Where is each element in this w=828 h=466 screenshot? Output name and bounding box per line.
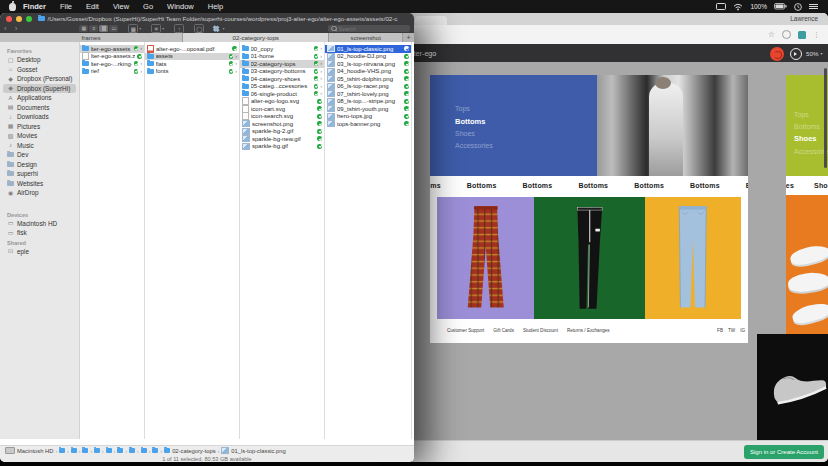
signin-button[interactable]: Sign in or Create Account: [744, 445, 824, 459]
nav-bottoms[interactable]: Bottoms: [794, 123, 828, 130]
apple-icon[interactable]: [9, 3, 16, 11]
file-row[interactable]: alter-ego-...oposal.pdf: [145, 45, 239, 53]
tab-02-category-tops[interactable]: 02-category-tops: [183, 33, 329, 42]
sidebar-item-desktop[interactable]: ▢Desktop: [3, 55, 76, 65]
file-row[interactable]: rief: [80, 68, 144, 76]
sidebar-item-websites[interactable]: Websites: [3, 179, 76, 189]
menu-view[interactable]: View: [106, 0, 136, 13]
sidebar-item-fisk[interactable]: ▭fisk: [3, 228, 76, 238]
folder-icon[interactable]: [59, 448, 65, 452]
file-row[interactable]: 09_tshirt-youth.png: [325, 105, 411, 113]
file-row[interactable]: 05-categ...ccessories: [240, 83, 324, 91]
tags-button[interactable]: ◯: [194, 24, 204, 33]
path-folder[interactable]: 02-category-tops: [172, 448, 216, 454]
file-row[interactable]: sparkle-bg-2.gif: [240, 128, 324, 136]
file-row[interactable]: lter-ego-...rking-files: [80, 60, 144, 68]
file-row[interactable]: hero-tops.jpg: [325, 113, 411, 121]
extension-teal-icon[interactable]: [798, 31, 806, 39]
bookmark-star-icon[interactable]: ☆: [768, 31, 775, 39]
file-row[interactable]: 07_tshirt-lovely.png: [325, 90, 411, 98]
sidebar-item-music[interactable]: ♪Music: [3, 141, 76, 151]
footer-link[interactable]: Student Discount: [523, 328, 558, 333]
footer-link[interactable]: Returns / Exchanges: [567, 328, 610, 333]
sidebar-item-dropbox-personal[interactable]: ◆Dropbox (Personal): [3, 74, 76, 84]
folder-icon[interactable]: [117, 448, 123, 452]
file-row[interactable]: fonts: [145, 68, 239, 76]
product-track-pants[interactable]: [534, 197, 645, 319]
folder-icon[interactable]: [94, 448, 100, 452]
gallery-view-button[interactable]: ▭: [109, 25, 118, 32]
file-row[interactable]: alter-ego-logo.svg: [240, 98, 324, 106]
file-row[interactable]: lter-ego-assets.zip: [80, 53, 144, 61]
file-row[interactable]: 02_hoodie-DJ.png: [325, 53, 411, 61]
sidebar-item-home[interactable]: ⌂Gosset: [3, 65, 76, 75]
display-icon[interactable]: [716, 3, 726, 11]
sidebar-item-movies[interactable]: ▧Movies: [3, 131, 76, 141]
nav-shoes[interactable]: Shoes: [455, 130, 493, 137]
browser-url-bar[interactable]: ☆ ⋮: [408, 25, 828, 45]
social-tw[interactable]: TW: [728, 328, 735, 333]
proxy-folder-icon[interactable]: [38, 16, 45, 21]
back-button[interactable]: ‹: [0, 25, 11, 33]
file-row[interactable]: 08_ls-top...-stripe.png: [325, 98, 411, 106]
file-row[interactable]: sparkle-bg-new.gif: [240, 135, 324, 143]
sidebar-item-pictures[interactable]: ▦Pictures: [3, 122, 76, 132]
extension-icon[interactable]: [782, 30, 791, 39]
forward-button[interactable]: ›: [11, 25, 22, 33]
file-row[interactable]: 00_copy: [240, 45, 324, 53]
folder-icon[interactable]: [71, 448, 77, 452]
folder-icon[interactable]: [141, 448, 147, 452]
menu-edit[interactable]: Edit: [79, 0, 106, 13]
sidebar-item-macintosh-hd[interactable]: ▭Macintosh HD: [3, 219, 76, 229]
nav-accessories[interactable]: Accessories: [794, 148, 828, 155]
folder-icon[interactable]: [106, 448, 112, 452]
search-field[interactable]: [328, 25, 410, 32]
sidebar-item-applications[interactable]: AApplications: [3, 93, 76, 103]
browser-profile-name[interactable]: Lawrence: [790, 15, 818, 22]
file-row[interactable]: 04_hoodie-VHS.png: [325, 68, 411, 76]
nav-accessories[interactable]: Accessories: [455, 142, 493, 149]
browser-tab[interactable]: [415, 16, 447, 25]
sidebar-item-dropbox-superhi[interactable]: ◆Dropbox (SuperHi): [3, 84, 76, 94]
sidebar-item-dev[interactable]: Dev: [3, 150, 76, 160]
product-blue-jeans[interactable]: [645, 197, 741, 319]
menu-list-icon[interactable]: [809, 3, 818, 10]
file-row[interactable]: 02-category-tops: [240, 60, 324, 68]
search-input[interactable]: [339, 26, 399, 32]
file-row[interactable]: 05_tshirt-dolphin.png: [325, 75, 411, 83]
tab-frames[interactable]: frames: [0, 33, 183, 42]
sidebar-item-airdrop[interactable]: ◉AirDrop: [3, 188, 76, 198]
group-button[interactable]: ▦▾: [128, 24, 141, 33]
folder-icon[interactable]: [152, 448, 158, 452]
folder-icon[interactable]: [164, 448, 170, 452]
file-row[interactable]: sparkle-bg.gif: [240, 143, 324, 151]
zoom-control[interactable]: 50% ▾: [806, 50, 822, 57]
sidebar-item-downloads[interactable]: ↓Downloads: [3, 112, 76, 122]
path-file[interactable]: 01_ls-top-classic.png: [231, 448, 285, 454]
social-ig[interactable]: IG: [740, 328, 745, 333]
run-preview-button[interactable]: [790, 48, 802, 60]
folder-icon[interactable]: [129, 448, 135, 452]
nav-tops[interactable]: Tops: [794, 111, 828, 118]
close-button[interactable]: [6, 16, 12, 22]
nav-bottoms[interactable]: Bottoms: [455, 117, 493, 126]
path-root[interactable]: Macintosh HD: [17, 448, 53, 454]
file-row[interactable]: icon-search.svg: [240, 113, 324, 121]
superhi-avatar[interactable]: [770, 47, 784, 61]
sidebar-item-eple[interactable]: ⊡eple: [3, 247, 76, 257]
dropbox-toolbar-button[interactable]: ▾: [214, 26, 224, 32]
footer-link[interactable]: Gift Cards: [493, 328, 514, 333]
file-row[interactable]: 03-category-bottoms: [240, 68, 324, 76]
file-row[interactable]: 04-category-shoes: [240, 75, 324, 83]
action-button[interactable]: ✳▾: [151, 24, 164, 33]
finder-title-bar[interactable]: /Users/Gosset/Dropbox (SuperHi)/SuperHi …: [0, 13, 414, 24]
product-sneakers[interactable]: [786, 195, 828, 343]
file-row[interactable]: screenshot.png: [240, 120, 324, 128]
file-row[interactable]: 06_ls-top-racer.png: [325, 83, 411, 91]
sidebar-item-design[interactable]: Design: [3, 160, 76, 170]
file-row[interactable]: assets: [145, 53, 239, 61]
battery-icon[interactable]: [774, 3, 787, 10]
menu-window[interactable]: Window: [160, 0, 201, 13]
file-row[interactable]: 06-single-product: [240, 90, 324, 98]
footer-link[interactable]: Customer Support: [447, 328, 484, 333]
